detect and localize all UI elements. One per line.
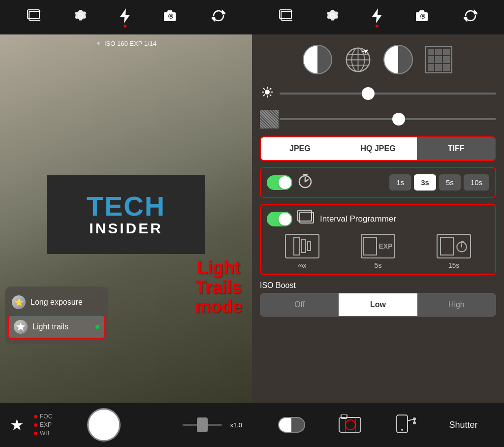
long-exposure-menu-item[interactable]: ⭐ Long exposure (5, 290, 108, 314)
timer-box (440, 237, 454, 255)
bracket-2 (301, 239, 306, 253)
wb-label: WB (40, 430, 49, 437)
insider-text: INSIDER (89, 220, 163, 237)
svg-line-29 (270, 95, 271, 96)
left-toolbar (0, 0, 252, 34)
interval-title: Interval Programmer (320, 214, 396, 224)
timer-row: 1s 3s 5s 10s (260, 167, 496, 198)
exp-text: EXP (378, 242, 392, 250)
tech-insider-sign: TECH INSIDER (47, 175, 205, 254)
tech-text: TECH (87, 192, 165, 220)
star-icon-small: ✦ (95, 39, 101, 47)
iso-boost-title: ISO Boost (260, 281, 496, 290)
iso-low-button[interactable]: Low (339, 293, 417, 316)
globe-icon (345, 46, 372, 73)
grid-view-icon[interactable] (421, 42, 456, 77)
iso-high-button[interactable]: High (417, 293, 496, 316)
light-trails-menu-item[interactable]: Light trails (8, 315, 105, 339)
right-bottom-bar: Shutter (252, 403, 504, 447)
half-circle-toggle[interactable] (300, 42, 335, 77)
phone-with-headphones-icon[interactable] (396, 414, 416, 436)
right-camera-device-icon[interactable] (338, 415, 363, 435)
right-lightning-icon[interactable] (372, 8, 382, 27)
timer-10s[interactable]: 10s (464, 174, 489, 191)
zoom-label: x1.0 (230, 421, 242, 429)
noise-thumb[interactable] (392, 113, 405, 126)
interval-header: Interval Programmer (267, 210, 489, 228)
interval-option-exp[interactable]: EXP 5s (361, 234, 395, 269)
layers-icon[interactable] (27, 9, 40, 26)
tiff-button[interactable]: TIFF (417, 137, 495, 160)
half-circle-toggle-2[interactable] (381, 42, 415, 77)
timer-icon (297, 173, 313, 192)
wb-dot (34, 432, 37, 435)
svg-marker-10 (372, 8, 382, 23)
star-button[interactable]: ★ (10, 415, 24, 434)
mode-icons-row (260, 42, 496, 77)
active-indicator-dot (95, 325, 99, 329)
timer-toggle[interactable] (267, 175, 292, 190)
brightness-track[interactable] (280, 93, 496, 95)
jpeg-button[interactable]: JPEG (261, 137, 339, 160)
half-circle-icon-2 (383, 45, 413, 74)
timer-1s[interactable]: 1s (389, 174, 411, 191)
right-refresh-icon[interactable] (464, 9, 477, 26)
timer-5s[interactable]: 5s (439, 174, 461, 191)
noise-track[interactable] (280, 118, 496, 120)
exp-label: EXP (40, 421, 52, 428)
camera-viewfinder: ✦ ISO 160 EXP 1/14 TECH INSIDER Light Tr… (0, 34, 252, 403)
interval-option-timer[interactable]: 15s (437, 234, 471, 269)
interval-toggle-knob (279, 213, 291, 225)
bracket-3 (307, 241, 311, 251)
light-trails-annotation: Light Trails mode (195, 258, 242, 317)
iso-boost-options: Off Low High (260, 293, 496, 317)
svg-marker-2 (120, 8, 130, 23)
right-toolbar (252, 0, 504, 34)
interval-option-infinity[interactable]: ∞x (285, 234, 319, 269)
svg-marker-6 (212, 18, 215, 21)
camera-icon[interactable] (163, 9, 179, 26)
zoom-slider[interactable] (183, 424, 222, 426)
right-gear-icon[interactable] (325, 9, 339, 26)
grid-icon-display (425, 46, 452, 73)
svg-point-23 (265, 90, 270, 95)
light-trails-label: Light trails (32, 322, 68, 331)
svg-marker-5 (222, 11, 225, 14)
refresh-icon[interactable] (212, 9, 225, 26)
shutter-button[interactable] (87, 408, 121, 442)
lt-line2: Trails (195, 278, 242, 297)
zoom-track (183, 424, 222, 426)
iso-off-button[interactable]: Off (260, 293, 339, 316)
zoom-handle[interactable] (197, 417, 208, 432)
lightning-icon[interactable] (120, 8, 130, 27)
timer-toggle-knob (279, 176, 291, 189)
hq-jpeg-button[interactable]: HQ JPEG (339, 137, 417, 160)
interval-toggle[interactable] (267, 212, 292, 226)
gear-icon[interactable] (73, 9, 87, 26)
brightness-thumb[interactable] (362, 87, 375, 100)
globe-icon-wrapper[interactable] (341, 42, 375, 77)
right-bottom-toggle[interactable] (278, 417, 305, 433)
camera-body-icon (338, 415, 363, 433)
right-layers-icon[interactable] (279, 9, 292, 26)
iso-boost-section: ISO Boost Off Low High (260, 281, 496, 317)
long-exposure-label: Long exposure (31, 298, 83, 307)
exp-dot (34, 423, 37, 427)
light-trails-icon (14, 320, 28, 334)
svg-line-30 (270, 88, 271, 90)
interval-programmer-box: Interval Programmer ∞x (260, 204, 496, 275)
noise-slider-row (260, 108, 496, 130)
right-camera-icon[interactable] (415, 9, 431, 26)
foc-dot (34, 415, 37, 418)
exp-indicator: EXP (34, 421, 52, 428)
lightning-red-dot (124, 25, 126, 28)
phone-headphone-icon (396, 414, 416, 434)
iso-info-text: ISO 160 EXP 1/14 (104, 40, 157, 47)
foc-indicator: FOC (34, 413, 52, 420)
noise-icon (260, 110, 275, 128)
interval-label-2: 15s (448, 261, 460, 269)
timer-sub-icon (455, 240, 468, 253)
interval-timer-icon (437, 234, 471, 258)
long-exposure-icon: ⭐ (12, 295, 26, 309)
timer-3s[interactable]: 3s (414, 174, 436, 191)
